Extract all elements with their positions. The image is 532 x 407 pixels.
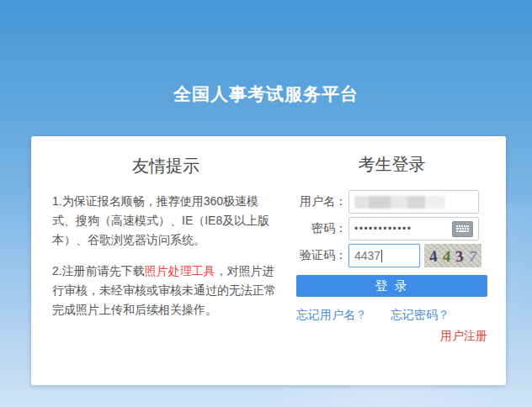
password-masked-value: •••••••••••• — [354, 224, 412, 234]
password-input[interactable]: •••••••••••• — [348, 217, 479, 240]
captcha-digit: 4 — [428, 247, 438, 264]
captcha-digit: 7 — [467, 247, 477, 264]
captcha-digit: 3 — [455, 247, 465, 264]
notice-heading: 友情提示 — [52, 156, 279, 175]
captcha-digit: 4 — [442, 247, 451, 264]
username-label: 用户名： — [296, 194, 348, 209]
captcha-input-value: 4437 — [354, 249, 380, 262]
password-label: 密码： — [296, 221, 348, 236]
username-redacted-value — [354, 196, 445, 209]
login-heading: 考生登录 — [296, 155, 487, 173]
notice-paragraph-2-before: 2.注册前请先下载 — [52, 264, 145, 278]
notice-panel: 友情提示 1.为保证报名顺畅，推荐使用360极速模式、搜狗（高速模式）、IE（I… — [31, 136, 296, 385]
login-panel: 考生登录 用户名： 密码： •••••••••••• — [296, 136, 506, 385]
login-card: 友情提示 1.为保证报名顺畅，推荐使用360极速模式、搜狗（高速模式）、IE（I… — [31, 136, 506, 385]
username-row: 用户名： — [296, 190, 487, 214]
forgot-links-row: 忘记用户名？ 忘记密码？ — [296, 308, 487, 323]
captcha-image[interactable]: 4 4 3 7 — [424, 244, 481, 267]
keyboard-icon-glyph — [455, 225, 470, 234]
register-link[interactable]: 用户注册 — [440, 329, 487, 342]
forgot-password-link[interactable]: 忘记密码？ — [391, 308, 450, 323]
password-row: 密码： •••••••••••• — [296, 217, 487, 240]
text-cursor — [381, 250, 382, 262]
login-button[interactable]: 登 录 — [296, 275, 487, 297]
notice-paragraph-2: 2.注册前请先下载照片处理工具，对照片进行审核，未经审核或审核未通过的无法正常完… — [52, 262, 279, 320]
notice-paragraph-1: 1.为保证报名顺畅，推荐使用360极速模式、搜狗（高速模式）、IE（IE8及以上… — [52, 192, 279, 250]
captcha-input[interactable]: 4437 — [348, 244, 420, 267]
captcha-row: 验证码： 4437 4 4 3 7 — [296, 244, 487, 267]
forgot-username-link[interactable]: 忘记用户名？ — [296, 308, 367, 323]
keyboard-icon[interactable] — [452, 221, 473, 237]
photo-tool-link[interactable]: 照片处理工具 — [145, 264, 215, 278]
register-row: 用户注册 — [296, 329, 487, 344]
captcha-label: 验证码： — [296, 248, 348, 263]
username-input[interactable] — [348, 190, 479, 214]
page-title: 全国人事考试服务平台 — [0, 82, 532, 106]
